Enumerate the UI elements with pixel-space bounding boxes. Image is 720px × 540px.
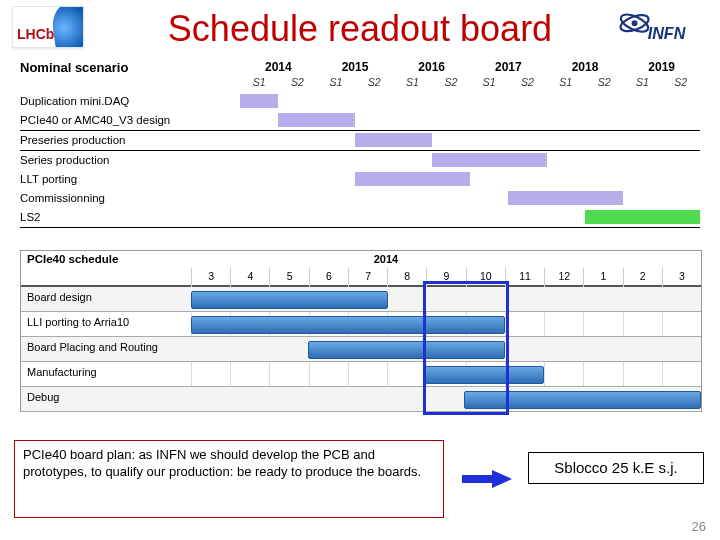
highlight-box [423,281,509,415]
task-label: Preseries production [20,131,125,150]
task-label: Manufacturing [27,366,97,378]
gantt-bar [432,153,547,167]
month-label: 3 [662,268,701,285]
task-label: Debug [27,391,59,403]
gantt-bar [240,94,278,108]
callout-box: Sblocco 25 k.E s.j. [528,452,704,484]
svg-marker-4 [462,470,512,488]
sem-label: S2 [585,76,623,88]
note-box: PCIe40 board plan: as INFN we should dev… [14,440,444,518]
gantt2-year: 2014 [191,253,581,265]
month-label: 3 [191,268,230,285]
gantt2-title: PCIe40 schedule [27,253,118,265]
month-label: 4 [230,268,269,285]
year-label: 2019 [623,60,700,74]
sem-label: S2 [508,76,546,88]
sem-label: S1 [393,76,431,88]
task-label: LS2 [20,208,40,227]
page-number: 26 [692,519,706,534]
sem-label: S1 [240,76,278,88]
sem-label: S2 [278,76,316,88]
slide-title: Schedule readout board [0,8,720,50]
sem-label: S1 [623,76,661,88]
task-label: LLT porting [20,170,77,189]
sem-label: S1 [317,76,355,88]
sem-label: S2 [355,76,393,88]
sem-label: S1 [547,76,585,88]
arrow-icon [462,470,512,488]
gantt-bar [278,113,355,127]
gantt-pcie40: PCIe40 schedule 2014 3 4 5 6 7 8 9 10 11… [20,250,702,412]
sem-label: S2 [662,76,700,88]
year-label: 2016 [393,60,470,74]
task-label: Commissionning [20,189,105,208]
year-label: 2017 [470,60,547,74]
gantt-bar [191,291,388,309]
gantt-bar [508,191,623,205]
month-label: 7 [348,268,387,285]
gantt-bar [585,210,700,224]
sem-label: S2 [432,76,470,88]
year-label: 2015 [317,60,394,74]
task-label: PCIe40 or AMC40_V3 design [20,111,170,130]
sem-label: S1 [470,76,508,88]
month-label: 11 [505,268,544,285]
month-label: 8 [387,268,426,285]
year-label: 2014 [240,60,317,74]
year-label: 2018 [547,60,624,74]
month-label: 12 [544,268,583,285]
month-label: 6 [309,268,348,285]
task-label: Series production [20,151,110,170]
task-label: LLI porting to Arria10 [27,316,129,328]
task-label: Board design [27,291,92,303]
gantt-nominal: Nominal scenario 2014 2015 2016 2017 201… [20,60,700,75]
task-label: Duplication mini.DAQ [20,92,129,111]
gantt-bar [355,133,432,147]
gantt-bar [355,172,470,186]
month-label: 1 [583,268,622,285]
month-label: 5 [269,268,308,285]
task-label: Board Placing and Routing [27,341,158,353]
month-label: 2 [623,268,662,285]
